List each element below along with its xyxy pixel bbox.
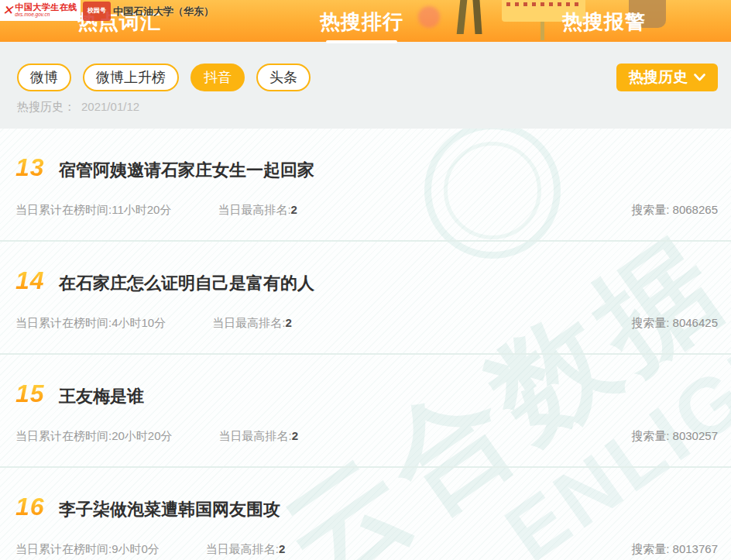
item-head: 16 李子柒做泡菜遭韩国网友围攻 bbox=[15, 493, 718, 522]
top-nav: 热点词汇 热搜排行 热搜报警 ✕ 中国大学生在线 dxs.moe.gov.cn … bbox=[0, 0, 731, 42]
on-board-time-value: 4小时10分 bbox=[112, 316, 166, 329]
search-volume: 搜索量: 8046425 bbox=[631, 316, 718, 331]
hot-search-history-button[interactable]: 热搜历史 bbox=[616, 64, 718, 91]
best-rank: 当日最高排名:2 bbox=[212, 316, 292, 331]
list-item: 13 宿管阿姨邀请石家庄女生一起回家 当日累计在榜时间:11小时20分 当日最高… bbox=[0, 129, 731, 242]
item-title[interactable]: 宿管阿姨邀请石家庄女生一起回家 bbox=[59, 158, 314, 183]
pill-weibo-rising[interactable]: 微博上升榜 bbox=[83, 64, 179, 91]
item-title[interactable]: 王友梅是谁 bbox=[59, 384, 144, 409]
rank-number: 14 bbox=[15, 266, 46, 295]
platform-pills: 微博 微博上升榜 抖音 头条 热搜历史 bbox=[17, 64, 718, 91]
history-date-line: 热搜历史：2021/01/12 bbox=[17, 100, 718, 115]
search-volume-label: 搜索量: bbox=[631, 203, 672, 216]
pill-douyin[interactable]: 抖音 bbox=[190, 64, 245, 91]
item-stats: 当日累计在榜时间:4小时10分 当日最高排名:2 搜索量: 8046425 bbox=[15, 316, 718, 331]
rank-number: 15 bbox=[15, 380, 46, 408]
item-head: 13 宿管阿姨邀请石家庄女生一起回家 bbox=[15, 153, 718, 183]
item-head: 15 王友梅是谁 bbox=[15, 380, 718, 409]
item-stats: 当日累计在榜时间:20小时20分 当日最高排名:2 搜索量: 8030257 bbox=[15, 429, 718, 444]
history-date-label: 热搜历史： bbox=[17, 100, 75, 113]
item-title[interactable]: 在石家庄怎么证明自己是富有的人 bbox=[59, 271, 314, 296]
item-stats: 当日累计在榜时间:11小时20分 当日最高排名:2 搜索量: 8068265 bbox=[15, 203, 718, 218]
tab-hot-search-alert[interactable]: 热搜报警 bbox=[562, 7, 646, 36]
dxs-logo-title: 中国大学生在线 bbox=[15, 3, 77, 12]
on-board-time-label: 当日累计在榜时间: bbox=[15, 203, 112, 216]
on-board-time: 当日累计在榜时间:11小时20分 bbox=[15, 203, 171, 218]
on-board-time: 当日累计在榜时间:20小时20分 bbox=[15, 429, 173, 444]
search-volume: 搜索量: 8068265 bbox=[631, 203, 718, 218]
best-rank-label: 当日最高排名: bbox=[218, 203, 290, 216]
search-volume-value: 8068265 bbox=[673, 203, 718, 216]
school-name: 中国石油大学（华东） bbox=[113, 5, 214, 19]
hot-search-history-button-label: 热搜历史 bbox=[629, 69, 688, 86]
best-rank: 当日最高排名:2 bbox=[219, 429, 299, 444]
item-head: 14 在石家庄怎么证明自己是富有的人 bbox=[15, 266, 718, 296]
search-volume: 搜索量: 8013767 bbox=[631, 542, 718, 557]
history-date-value: 2021/01/12 bbox=[81, 100, 139, 113]
list-item: 15 王友梅是谁 当日累计在榜时间:20小时20分 当日最高排名:2 搜索量: … bbox=[0, 355, 731, 468]
list-item: 16 李子柒做泡菜遭韩国网友围攻 当日累计在榜时间:9小时0分 当日最高排名:2… bbox=[0, 468, 731, 560]
on-board-time-label: 当日累计在榜时间: bbox=[15, 429, 112, 442]
dxs-logo-subtitle: dxs.moe.gov.cn bbox=[15, 12, 77, 18]
best-rank-value: 2 bbox=[279, 542, 285, 555]
search-volume-label: 搜索量: bbox=[631, 429, 672, 442]
best-rank-value: 2 bbox=[292, 429, 298, 442]
rank-number: 16 bbox=[15, 493, 46, 521]
search-volume-value: 8030257 bbox=[673, 429, 718, 442]
tab-hot-search-ranking-label: 热搜排行 bbox=[320, 10, 403, 33]
item-title[interactable]: 李子柒做泡菜遭韩国网友围攻 bbox=[59, 497, 280, 522]
best-rank: 当日最高排名:2 bbox=[206, 542, 286, 557]
best-rank-label: 当日最高排名: bbox=[219, 429, 292, 442]
campus-stamp-icon: 校园号 bbox=[83, 2, 111, 21]
on-board-time-value: 9小时0分 bbox=[112, 542, 160, 555]
active-tab-underline bbox=[326, 40, 397, 43]
tab-hot-search-alert-label: 热搜报警 bbox=[562, 10, 646, 33]
search-volume-label: 搜索量: bbox=[631, 542, 672, 555]
rank-number: 13 bbox=[15, 153, 46, 182]
on-board-time: 当日累计在榜时间:4小时10分 bbox=[15, 316, 166, 331]
item-stats: 当日累计在榜时间:9小时0分 当日最高排名:2 搜索量: 8013767 bbox=[15, 542, 718, 557]
search-volume-value: 8013767 bbox=[673, 542, 718, 555]
dxs-logo: ✕ 中国大学生在线 dxs.moe.gov.cn bbox=[0, 0, 81, 21]
search-volume: 搜索量: 8030257 bbox=[631, 429, 718, 444]
on-board-time-label: 当日累计在榜时间: bbox=[15, 542, 112, 555]
pill-toutiao[interactable]: 头条 bbox=[256, 64, 311, 91]
best-rank-label: 当日最高排名: bbox=[212, 316, 285, 329]
search-volume-value: 8046425 bbox=[673, 316, 718, 329]
tab-hot-search-ranking[interactable]: 热搜排行 bbox=[320, 7, 403, 36]
on-board-time: 当日累计在榜时间:9小时0分 bbox=[15, 542, 160, 557]
chevron-down-icon bbox=[694, 74, 705, 81]
pill-weibo[interactable]: 微博 bbox=[17, 64, 71, 91]
on-board-time-label: 当日累计在榜时间: bbox=[15, 316, 112, 329]
hot-search-list: 13 宿管阿姨邀请石家庄女生一起回家 当日累计在榜时间:11小时20分 当日最高… bbox=[0, 129, 731, 560]
best-rank-value: 2 bbox=[291, 203, 297, 216]
on-board-time-value: 20小时20分 bbox=[112, 429, 172, 442]
filter-section: 微博 微博上升榜 抖音 头条 热搜历史 热搜历史：2021/01/12 bbox=[0, 42, 731, 129]
list-item: 14 在石家庄怎么证明自己是富有的人 当日累计在榜时间:4小时10分 当日最高排… bbox=[0, 242, 731, 355]
school-badge: 校园号 中国石油大学（华东） bbox=[83, 2, 214, 21]
best-rank-label: 当日最高排名: bbox=[206, 542, 279, 555]
best-rank: 当日最高排名:2 bbox=[218, 203, 297, 218]
dxs-logo-mark-icon: ✕ bbox=[2, 4, 13, 17]
search-volume-label: 搜索量: bbox=[631, 316, 672, 329]
best-rank-value: 2 bbox=[285, 316, 291, 329]
on-board-time-value: 11小时20分 bbox=[112, 203, 171, 216]
hot-search-page: 云合数据 ENLIGHTENT 热点词汇 热搜排行 热搜报警 ✕ bbox=[0, 0, 731, 560]
